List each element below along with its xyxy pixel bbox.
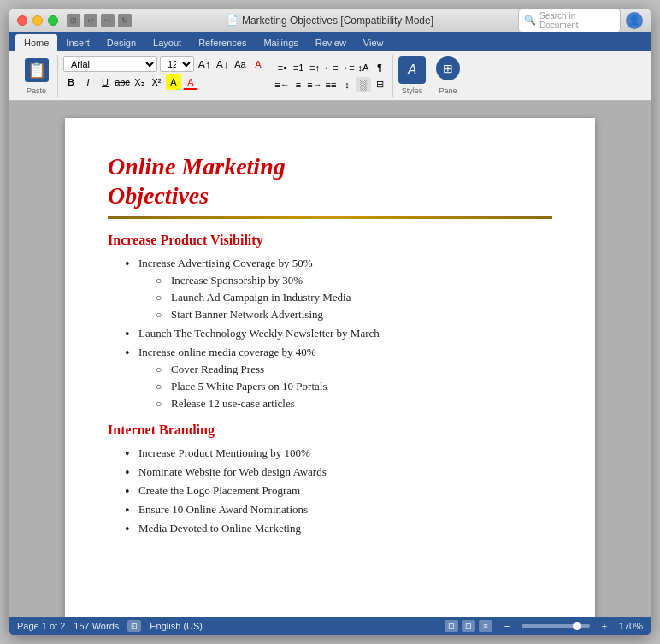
justify-button[interactable]: ≡≡ xyxy=(323,77,339,92)
paragraph-group: ≡• ≡1 ≡↑ ←≡ →≡ ↕A ¶ ≡← ≡ ≡→ ≡≡ ↕ ░ ⊟ xyxy=(271,55,391,97)
sort-button[interactable]: ↕A xyxy=(356,60,371,75)
print-layout-icon[interactable]: ⊡ xyxy=(445,620,458,632)
title-bar-right: 🔍 Search in Document 👤 xyxy=(518,9,643,32)
minimize-button[interactable] xyxy=(32,15,43,26)
traffic-lights xyxy=(17,15,58,26)
tab-mailings[interactable]: Mailings xyxy=(255,34,306,51)
tab-design[interactable]: Design xyxy=(98,34,144,51)
ribbon-content: 📋 Paste Arial 12 A↑ A↓ Aa A B I U xyxy=(9,51,651,101)
italic-button[interactable]: I xyxy=(80,74,96,90)
paste-group: 📋 Paste xyxy=(15,55,58,97)
zoom-out-button[interactable]: − xyxy=(499,618,515,634)
search-icon: 🔍 xyxy=(524,15,536,26)
superscript-button[interactable]: X² xyxy=(149,74,164,90)
list-item: Nominate Website for Web design Awards xyxy=(125,465,552,479)
list-item: Increase Sponsorship by 30% xyxy=(156,274,552,287)
underline-button[interactable]: U xyxy=(97,74,113,90)
list-item: Place 5 White Papers on 10 Portals xyxy=(156,380,552,393)
align-left-button[interactable]: ≡← xyxy=(274,77,290,92)
font-size-select[interactable]: 12 xyxy=(160,56,194,72)
decrease-indent-button[interactable]: ←≡ xyxy=(323,60,339,75)
line-spacing-button[interactable]: ↕ xyxy=(339,77,355,92)
list-item: Media Devoted to Online Marketing xyxy=(125,522,552,535)
show-marks-button[interactable]: ¶ xyxy=(372,60,387,75)
page-info: Page 1 of 2 xyxy=(17,621,65,631)
styles-icon[interactable]: A xyxy=(398,56,426,84)
undo-icon[interactable]: ↩ xyxy=(84,14,97,27)
list-item: Increase Product Mentioning by 100% xyxy=(125,446,552,460)
paste-label: Paste xyxy=(27,86,46,95)
text-highlight-button[interactable]: A xyxy=(166,74,181,90)
styles-label: Styles xyxy=(402,86,423,95)
search-box[interactable]: 🔍 Search in Document xyxy=(518,9,621,32)
align-center-button[interactable]: ≡ xyxy=(291,77,306,92)
read-mode-icon[interactable]: ≡ xyxy=(479,620,492,632)
list-item: Increase Advertising Coverage by 50% Inc… xyxy=(125,257,552,322)
clear-format-button[interactable]: Aa xyxy=(233,56,248,72)
paste-icon: 📋 xyxy=(25,58,49,82)
bold-button[interactable]: B xyxy=(63,74,79,90)
user-icon[interactable]: 👤 xyxy=(626,12,643,29)
app-window: ⊞ ↩ ↪ ↻ 📄 Marketing Objectives [Compatib… xyxy=(9,9,651,635)
styles-pane-icon[interactable]: ⊞ xyxy=(436,56,460,80)
list-item: Increase online media coverage by 40% Co… xyxy=(125,346,552,411)
doc-title-line1: Online Marketing Objectives xyxy=(108,152,552,210)
close-button[interactable] xyxy=(17,15,27,26)
web-layout-icon[interactable]: ⊡ xyxy=(462,620,475,632)
zoom-level: 170% xyxy=(619,621,643,631)
pane-label: Pane xyxy=(439,86,457,95)
font-shrink-button[interactable]: A↓ xyxy=(215,56,230,72)
tab-insert[interactable]: Insert xyxy=(57,34,98,51)
title-bar: ⊞ ↩ ↪ ↻ 📄 Marketing Objectives [Compatib… xyxy=(9,9,651,32)
section1-heading: Increase Product Visibility xyxy=(108,233,552,248)
font-color-button[interactable]: A xyxy=(183,74,198,90)
increase-indent-button[interactable]: →≡ xyxy=(339,60,355,75)
status-bar-right: ⊡ ⊡ ≡ − + 170% xyxy=(445,618,643,634)
zoom-in-button[interactable]: + xyxy=(597,618,612,634)
document-area[interactable]: Online Marketing Objectives Increase Pro… xyxy=(9,101,651,617)
refresh-icon[interactable]: ↻ xyxy=(118,14,132,27)
paste-button[interactable]: 📋 xyxy=(21,56,52,84)
zoom-slider[interactable] xyxy=(522,624,590,628)
doc-divider xyxy=(108,216,552,219)
tab-view[interactable]: View xyxy=(355,34,392,51)
tab-home[interactable]: Home xyxy=(15,34,57,51)
numbering-button[interactable]: ≡1 xyxy=(291,60,306,75)
language: English (US) xyxy=(150,621,203,631)
list-item: Ensure 10 Online Award Nominations xyxy=(125,503,552,517)
font-group: Arial 12 A↑ A↓ Aa A B I U abc X₂ X² A A xyxy=(60,55,269,97)
main-area: Online Marketing Objectives Increase Pro… xyxy=(9,101,651,617)
align-right-button[interactable]: ≡→ xyxy=(307,77,322,92)
font-family-select[interactable]: Arial xyxy=(63,56,157,72)
color-button[interactable]: A xyxy=(250,56,266,72)
tab-references[interactable]: References xyxy=(190,34,255,51)
quick-access-icon[interactable]: ⊞ xyxy=(67,14,80,27)
font-row-2: B I U abc X₂ X² A A xyxy=(63,74,266,90)
zoom-thumb xyxy=(573,622,581,630)
tab-layout[interactable]: Layout xyxy=(144,34,190,51)
list-item: Launch The Technology Weekly Newsletter … xyxy=(125,327,552,340)
paragraph-row-2: ≡← ≡ ≡→ ≡≡ ↕ ░ ⊟ xyxy=(274,77,387,92)
styles-group: A Styles xyxy=(392,55,431,97)
section1-list: Increase Advertising Coverage by 50% Inc… xyxy=(125,257,552,411)
tab-review[interactable]: Review xyxy=(307,34,355,51)
bullets-button[interactable]: ≡• xyxy=(274,60,290,75)
paragraph-row-1: ≡• ≡1 ≡↑ ←≡ →≡ ↕A ¶ xyxy=(274,60,387,75)
maximize-button[interactable] xyxy=(48,15,58,26)
subscript-button[interactable]: X₂ xyxy=(132,74,147,90)
strikethrough-button[interactable]: abc xyxy=(115,74,130,90)
track-changes-icon: ⊡ xyxy=(127,620,141,632)
redo-icon[interactable]: ↪ xyxy=(101,14,115,27)
font-row-1: Arial 12 A↑ A↓ Aa A xyxy=(63,56,266,72)
page: Online Marketing Objectives Increase Pro… xyxy=(65,118,595,617)
multilevel-button[interactable]: ≡↑ xyxy=(307,60,322,75)
word-count: 157 Words xyxy=(74,621,119,631)
font-grow-button[interactable]: A↑ xyxy=(197,56,212,72)
window-title: 📄 Marketing Objectives [Compatibility Mo… xyxy=(227,15,433,27)
ribbon-tabs: Home Insert Design Layout References Mai… xyxy=(9,32,651,51)
borders-button[interactable]: ⊟ xyxy=(372,77,387,92)
shading-button[interactable]: ░ xyxy=(356,77,371,92)
list-item: Start Banner Network Advertising xyxy=(156,308,552,322)
section2-list: Increase Product Mentioning by 100% Nomi… xyxy=(125,446,552,535)
styles-pane-group: ⊞ Pane xyxy=(433,55,463,97)
